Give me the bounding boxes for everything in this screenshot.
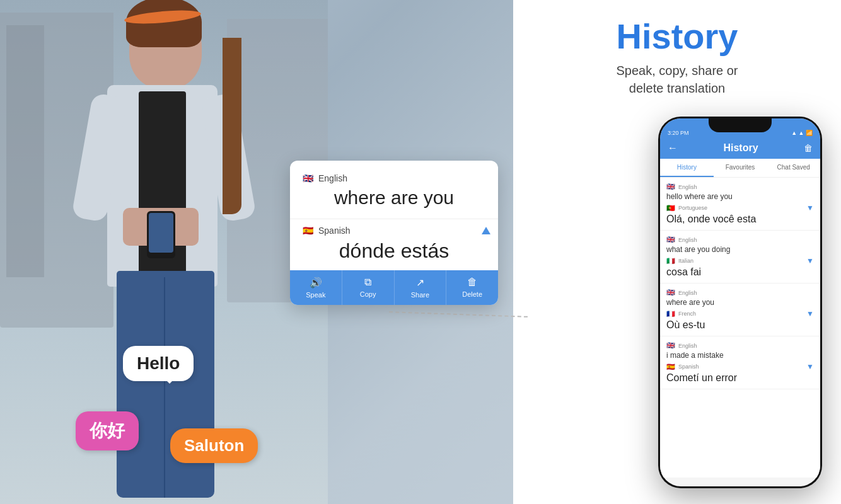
item0-chevron: ▼ — [806, 203, 814, 212]
item1-source-flag: 🇬🇧 — [666, 236, 675, 244]
history-item-2[interactable]: 🇬🇧 English where are you 🇫🇷 French ▼ Où … — [660, 284, 820, 336]
item1-chevron: ▼ — [806, 256, 814, 265]
person-photo — [0, 0, 328, 504]
item3-chevron: ▼ — [806, 362, 814, 371]
item3-source-flag: 🇬🇧 — [666, 341, 675, 350]
copy-button[interactable]: ⧉ Copy — [342, 270, 395, 305]
item0-source-flag: 🇬🇧 — [666, 183, 675, 191]
item2-chevron: ▼ — [806, 309, 814, 318]
item0-target-flag: 🇵🇹 — [666, 204, 675, 212]
copy-icon: ⧉ — [364, 277, 371, 288]
item1-target-text: cosa fai — [666, 266, 814, 278]
item3-target-flag: 🇪🇸 — [666, 363, 675, 371]
source-lang-row: 🇬🇧 English — [303, 173, 485, 183]
item2-target-lang: French — [678, 311, 696, 317]
item0-source-lang: English — [678, 184, 697, 190]
item2-source-lang: English — [678, 290, 697, 296]
phone-notch — [709, 118, 772, 132]
target-lang-row: 🇪🇸 Spanish — [303, 226, 485, 236]
item1-source-lang: English — [678, 237, 697, 243]
item1-target-flag: 🇮🇹 — [666, 257, 675, 265]
item2-target-flag: 🇫🇷 — [666, 310, 675, 318]
tab-chat-saved[interactable]: Chat Saved — [767, 159, 820, 177]
source-lang-name: English — [318, 173, 347, 183]
trash-icon[interactable]: 🗑 — [804, 143, 813, 153]
item2-source-flag: 🇬🇧 — [666, 289, 675, 297]
phone-history-list: 🇬🇧 English hello where are you 🇵🇹 Portug… — [660, 178, 820, 478]
item3-source-text: i made a mistake — [666, 351, 814, 360]
bubble-nihao: 你好 — [76, 411, 139, 450]
tab-favourites[interactable]: Favourites — [714, 159, 767, 177]
share-icon: ↗ — [416, 277, 424, 289]
speak-icon: 🔊 — [310, 277, 322, 289]
item3-target-text: Cometí un error — [666, 372, 814, 384]
copy-label: Copy — [360, 290, 376, 298]
card-actions: 🔊 Speak ⧉ Copy ↗ Share 🗑 Delete — [290, 270, 498, 305]
delete-label: Delete — [462, 290, 482, 298]
item1-target-lang: Italian — [678, 258, 693, 264]
share-button[interactable]: ↗ Share — [395, 270, 447, 305]
translation-result-area: 🇪🇸 Spanish dónde estás — [290, 219, 498, 270]
right-panel: History Speak, copy, share or delete tra… — [513, 0, 841, 504]
phone-mockup: 3:20 PM ▲ ▲ 📶 ← History 🗑 History Favour… — [658, 117, 822, 488]
item3-target-lang: Spanish — [678, 364, 699, 370]
share-label: Share — [411, 291, 429, 299]
phone-header-title: History — [723, 142, 758, 154]
history-item-0[interactable]: 🇬🇧 English hello where are you 🇵🇹 Portug… — [660, 178, 820, 231]
delete-icon: 🗑 — [467, 277, 477, 288]
translation-card: 🇬🇧 English where are you 🇪🇸 Spanish dónd… — [290, 161, 498, 305]
target-text: dónde estás — [303, 239, 485, 263]
speak-label: Speak — [306, 291, 325, 299]
phone-tabs: History Favourites Chat Saved — [660, 159, 820, 178]
phone-header: ← History 🗑 — [660, 137, 820, 159]
item2-target-text: Où es-tu — [666, 319, 814, 331]
history-item-3[interactable]: 🇬🇧 English i made a mistake 🇪🇸 Spanish ▼… — [660, 336, 820, 389]
item1-source-text: what are you doing — [666, 245, 814, 254]
bubble-saluton: Saluton — [170, 428, 258, 463]
delete-button[interactable]: 🗑 Delete — [446, 270, 498, 305]
source-flag: 🇬🇧 — [303, 173, 313, 183]
speak-button[interactable]: 🔊 Speak — [290, 270, 342, 305]
item0-target-lang: Portuguese — [678, 205, 707, 211]
phone-screen: 3:20 PM ▲ ▲ 📶 ← History 🗑 History Favour… — [660, 118, 820, 486]
history-item-1[interactable]: 🇬🇧 English what are you doing 🇮🇹 Italian… — [660, 231, 820, 284]
bubble-hello: Hello — [123, 346, 194, 381]
item0-target-text: Olá, onde você esta — [666, 214, 814, 225]
triangle-icon — [482, 227, 490, 234]
target-lang-name: Spanish — [318, 226, 351, 236]
tab-history[interactable]: History — [660, 159, 714, 177]
source-text: where are you — [303, 187, 485, 209]
item0-source-text: hello where are you — [666, 192, 814, 201]
back-button[interactable]: ← — [668, 142, 678, 154]
status-time: 3:20 PM — [668, 130, 689, 136]
item2-source-text: where are you — [666, 298, 814, 307]
title-section: History Speak, copy, share or delete tra… — [513, 0, 841, 110]
page-subtitle: Speak, copy, share or delete translation — [538, 62, 816, 97]
target-flag: 🇪🇸 — [303, 226, 313, 236]
status-icons: ▲ ▲ 📶 — [791, 130, 813, 136]
item3-source-lang: English — [678, 343, 697, 349]
page-title: History — [538, 19, 816, 54]
